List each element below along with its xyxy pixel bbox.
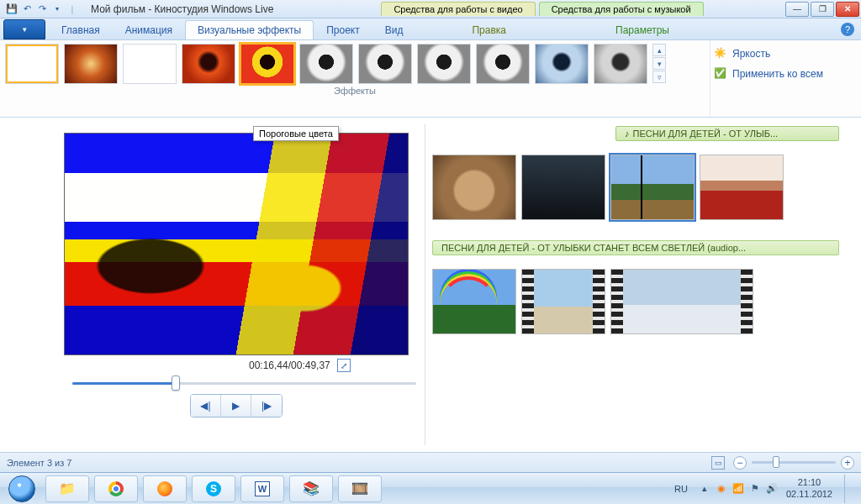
taskbar-firefox[interactable] bbox=[143, 475, 187, 502]
tab-project[interactable]: Проект bbox=[314, 20, 372, 39]
taskbar-word[interactable]: W bbox=[240, 475, 284, 502]
effect-thumb[interactable] bbox=[299, 44, 353, 84]
timeline-pane: ♪ ПЕСНИ ДЛЯ ДЕТЕЙ - ОТ УЛЫБ... ПЕСНИ ДЛЯ… bbox=[425, 118, 861, 452]
tab-edit[interactable]: Правка bbox=[459, 20, 519, 39]
zoom-slider[interactable] bbox=[752, 461, 836, 464]
audio-track-label[interactable]: ПЕСНИ ДЛЯ ДЕТЕЙ - ОТ УЛЫБКИ СТАНЕТ ВСЕМ … bbox=[432, 240, 839, 255]
zoom-in-button[interactable]: + bbox=[841, 456, 854, 470]
apply-all-icon: ✅ bbox=[714, 67, 727, 81]
effect-thumb[interactable] bbox=[594, 44, 647, 84]
ribbon: ▴ ▾ ▿ Эффекты ☀️ Яркость ✅ Применить ко … bbox=[0, 40, 861, 118]
qat-dropdown-icon[interactable]: ▾ bbox=[50, 3, 64, 16]
tray-date: 02.11.2012 bbox=[786, 489, 832, 500]
save-icon[interactable]: 💾 bbox=[5, 3, 18, 16]
clip-thumb[interactable] bbox=[521, 269, 605, 334]
context-tab-video-tools[interactable]: Средства для работы с видео bbox=[381, 2, 535, 16]
effect-thumb[interactable] bbox=[64, 44, 118, 84]
tray-app-icon[interactable]: ◉ bbox=[716, 483, 727, 495]
context-tab-music-tools[interactable]: Средства для работы с музыкой bbox=[539, 2, 704, 16]
tab-visual-effects[interactable]: Визуальные эффекты bbox=[185, 20, 314, 39]
file-menu-button[interactable]: ▾ bbox=[3, 19, 45, 39]
filmstrip-icon bbox=[522, 270, 534, 333]
effect-thumb[interactable] bbox=[182, 44, 235, 84]
tray-volume-icon[interactable]: 🔊 bbox=[766, 483, 778, 495]
tab-home[interactable]: Главная bbox=[49, 20, 113, 39]
effects-group-label: Эффекты bbox=[5, 86, 705, 96]
tray-time: 21:10 bbox=[786, 477, 832, 488]
clip-thumb[interactable] bbox=[432, 269, 516, 334]
titlebar: 💾 ↶ ↷ ▾ | Мой фильм - Киностудия Windows… bbox=[0, 0, 861, 18]
taskbar-moviemaker[interactable]: 🎞️ bbox=[338, 475, 382, 502]
zoom-handle[interactable] bbox=[773, 456, 779, 468]
clip-thumb[interactable] bbox=[610, 269, 753, 334]
gallery-scroll-down-icon[interactable]: ▾ bbox=[652, 57, 666, 70]
fullscreen-icon[interactable]: ⤢ bbox=[337, 359, 351, 372]
playback-controls: ◀| ▶ |▶ bbox=[64, 394, 409, 417]
tray-clock[interactable]: 21:10 02.11.2012 bbox=[786, 477, 832, 499]
effect-thumb[interactable] bbox=[123, 44, 177, 84]
contextual-tab-headers: Средства для работы с видео Средства для… bbox=[381, 2, 703, 16]
frame-forward-button[interactable]: |▶ bbox=[251, 395, 282, 417]
close-button[interactable]: ✕ bbox=[836, 2, 859, 17]
tab-animation[interactable]: Анимация bbox=[113, 20, 185, 39]
filmstrip-icon bbox=[741, 270, 753, 333]
clip-frame bbox=[623, 270, 682, 333]
redo-icon[interactable]: ↷ bbox=[35, 3, 49, 16]
help-icon[interactable]: ? bbox=[841, 23, 854, 36]
preview-timecode: 00:16,44/00:49,37 bbox=[249, 360, 330, 371]
taskbar-explorer[interactable]: 📁 bbox=[45, 475, 89, 502]
filmstrip-icon bbox=[593, 270, 605, 333]
clip-thumb[interactable] bbox=[521, 155, 605, 220]
play-button[interactable]: ▶ bbox=[221, 395, 251, 417]
preview-image-overlay bbox=[65, 134, 408, 354]
effect-threshold-colors[interactable] bbox=[240, 44, 294, 84]
effect-thumb[interactable] bbox=[476, 44, 530, 84]
thumbnail-size-icon[interactable]: ▭ bbox=[711, 456, 725, 470]
tray-network-icon[interactable]: 📶 bbox=[732, 483, 744, 495]
timeline-playhead[interactable] bbox=[641, 155, 642, 220]
audio-track-text: ПЕСНИ ДЛЯ ДЕТЕЙ - ОТ УЛЫБКИ СТАНЕТ ВСЕМ … bbox=[441, 243, 746, 253]
clip-thumb[interactable] bbox=[700, 155, 784, 220]
effect-thumb[interactable] bbox=[535, 44, 589, 84]
ribbon-tab-row: ▾ Главная Анимация Визуальные эффекты Пр… bbox=[0, 18, 861, 40]
input-language[interactable]: RU bbox=[672, 482, 690, 496]
brightness-button[interactable]: ☀️ Яркость bbox=[714, 47, 858, 60]
zoom-out-button[interactable]: − bbox=[733, 456, 747, 470]
music-track-text: ПЕСНИ ДЛЯ ДЕТЕЙ - ОТ УЛЫБ... bbox=[633, 129, 779, 139]
preview-pane: Пороговые цвета 00:16,44/00:49,37 ⤢ ◀| ▶… bbox=[0, 118, 425, 452]
preview-video[interactable] bbox=[64, 133, 409, 355]
apply-all-button[interactable]: ✅ Применить ко всем bbox=[714, 67, 858, 81]
gallery-scroll-up-icon[interactable]: ▴ bbox=[652, 44, 666, 56]
effect-thumb[interactable] bbox=[358, 44, 412, 84]
effect-none[interactable] bbox=[5, 44, 59, 84]
maximize-button[interactable]: ❐ bbox=[811, 2, 834, 17]
ribbon-right-group: ☀️ Яркость ✅ Применить ко всем bbox=[710, 40, 861, 117]
frame-back-button[interactable]: ◀| bbox=[191, 395, 221, 417]
clip-frame bbox=[534, 270, 593, 333]
music-note-icon: ♪ bbox=[625, 129, 630, 139]
clip-thumb[interactable] bbox=[432, 155, 516, 220]
taskbar-skype[interactable]: S bbox=[192, 475, 235, 502]
tray-chevron-icon[interactable]: ▴ bbox=[699, 483, 710, 495]
status-element-counter: Элемент 3 из 7 bbox=[7, 458, 71, 468]
status-bar: Элемент 3 из 7 ▭ − + bbox=[0, 452, 861, 472]
main-area: Пороговые цвета 00:16,44/00:49,37 ⤢ ◀| ▶… bbox=[0, 118, 861, 452]
start-button[interactable] bbox=[3, 475, 40, 503]
video-track-row-1 bbox=[432, 155, 839, 220]
gallery-expand-icon[interactable]: ▿ bbox=[652, 71, 666, 83]
tray-action-icon[interactable]: ⚑ bbox=[749, 483, 761, 495]
clip-thumb-selected[interactable] bbox=[610, 155, 695, 220]
brightness-label: Яркость bbox=[732, 48, 770, 60]
music-track-label[interactable]: ♪ ПЕСНИ ДЛЯ ДЕТЕЙ - ОТ УЛЫБ... bbox=[615, 126, 839, 141]
clip-frame bbox=[682, 270, 741, 333]
minimize-button[interactable]: — bbox=[785, 2, 809, 17]
seek-bar[interactable] bbox=[72, 381, 416, 386]
show-desktop-button[interactable] bbox=[844, 475, 853, 503]
tab-view[interactable]: Вид bbox=[372, 20, 416, 39]
effect-thumb[interactable] bbox=[417, 44, 471, 84]
taskbar-chrome[interactable] bbox=[94, 475, 138, 502]
tab-options[interactable]: Параметры bbox=[603, 20, 682, 39]
taskbar-winrar[interactable]: 📚 bbox=[289, 475, 333, 502]
undo-icon[interactable]: ↶ bbox=[20, 3, 34, 16]
seek-handle[interactable] bbox=[172, 375, 180, 391]
